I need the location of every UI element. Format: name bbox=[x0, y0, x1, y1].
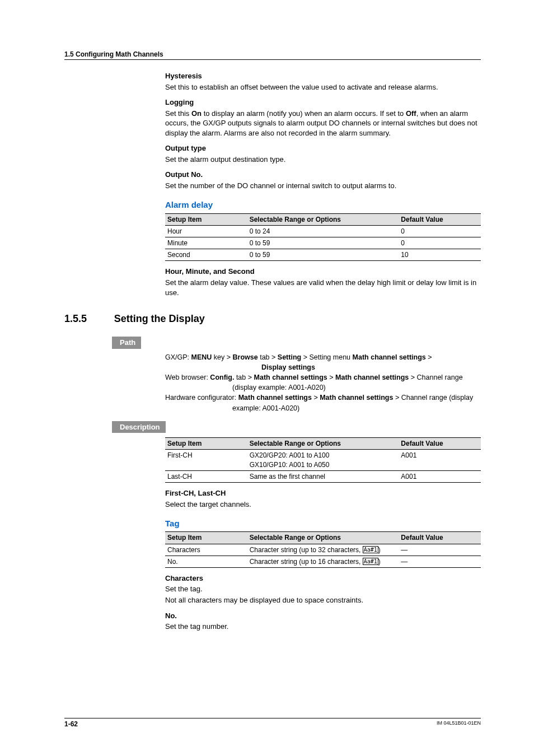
table-cell: Last-CH bbox=[165, 470, 247, 482]
description-label: Description bbox=[112, 421, 166, 433]
doc-number: IM 04L51B01-01EN bbox=[437, 720, 481, 726]
footer: 1-62 IM 04L51B01-01EN bbox=[64, 718, 481, 728]
page-number: 1-62 bbox=[64, 720, 78, 728]
path-block: GX/GP: MENU key > Browse tab > Setting >… bbox=[165, 352, 481, 413]
table-cell: No. bbox=[165, 556, 247, 567]
alarm-delay-heading: Alarm delay bbox=[165, 199, 481, 211]
table-cell: A001 bbox=[399, 470, 481, 482]
table-header: Setup Item bbox=[165, 532, 247, 544]
logging-heading: Logging bbox=[165, 97, 481, 108]
path-label: Path bbox=[112, 337, 141, 349]
table-cell: — bbox=[399, 544, 481, 556]
output-no-heading: Output No. bbox=[165, 170, 481, 180]
table-cell: 0 to 24 bbox=[247, 225, 399, 237]
logging-body: Set this On to display an alarm (notify … bbox=[165, 109, 481, 138]
table-cell: Minute bbox=[165, 237, 247, 249]
no-heading: No. bbox=[165, 611, 481, 621]
output-no-body: Set the number of the DO channel or inte… bbox=[165, 181, 481, 191]
table-cell: Same as the first channel bbox=[247, 470, 399, 482]
table-cell: 10 bbox=[399, 249, 481, 261]
hysteresis-heading: Hysteresis bbox=[165, 71, 481, 81]
output-type-heading: Output type bbox=[165, 143, 481, 153]
table-header: Selectable Range or Options bbox=[247, 532, 399, 544]
table-cell: First-CH bbox=[165, 450, 247, 470]
table-cell: 0 bbox=[399, 237, 481, 249]
table-cell: 0 to 59 bbox=[247, 249, 399, 261]
table-cell: — bbox=[399, 556, 481, 567]
characters-body2: Not all characters may be displayed due … bbox=[165, 595, 481, 605]
alarm-delay-table: Setup Item Selectable Range or Options D… bbox=[165, 213, 481, 262]
tag-table: Setup Item Selectable Range or Options D… bbox=[165, 531, 481, 568]
table-cell: Character string (up to 32 characters, A… bbox=[247, 544, 399, 556]
table-cell: Character string (up to 16 characters, A… bbox=[247, 556, 399, 567]
firstlast-body: Select the target channels. bbox=[165, 500, 481, 510]
table-cell: Second bbox=[165, 249, 247, 261]
table-header: Setup Item bbox=[165, 438, 247, 450]
channel-range-table: Setup Item Selectable Range or Options D… bbox=[165, 437, 481, 483]
table-cell: GX20/GP20: A001 to A100 GX10/GP10: A001 … bbox=[247, 450, 399, 470]
output-type-body: Set the alarm output destination type. bbox=[165, 155, 481, 165]
section-heading: 1.5.5 Setting the Display bbox=[64, 312, 481, 325]
firstlast-heading: First-CH, Last-CH bbox=[165, 488, 481, 498]
no-body: Set the tag number. bbox=[165, 622, 481, 632]
characters-body1: Set the tag. bbox=[165, 584, 481, 594]
table-cell: Hour bbox=[165, 225, 247, 237]
table-cell: Characters bbox=[165, 544, 247, 556]
tag-heading: Tag bbox=[165, 518, 481, 529]
section-number: 1.5.5 bbox=[64, 312, 112, 325]
table-header: Default Value bbox=[399, 438, 481, 450]
hysteresis-body: Set this to establish an offset between … bbox=[165, 82, 481, 92]
hms-heading: Hour, Minute, and Second bbox=[165, 267, 481, 277]
charset-key: Aa#1 bbox=[363, 558, 378, 565]
charset-key: Aa#1 bbox=[363, 546, 378, 553]
table-cell: A001 bbox=[399, 450, 481, 470]
table-header: Selectable Range or Options bbox=[247, 213, 399, 225]
table-header: Default Value bbox=[399, 213, 481, 225]
table-cell: 0 to 59 bbox=[247, 237, 399, 249]
section-title: Setting the Display bbox=[114, 312, 205, 325]
table-header: Default Value bbox=[399, 532, 481, 544]
table-cell: 0 bbox=[399, 225, 481, 237]
hms-body: Set the alarm delay value. These values … bbox=[165, 278, 481, 297]
table-header: Selectable Range or Options bbox=[247, 438, 399, 450]
running-head: 1.5 Configuring Math Channels bbox=[64, 50, 481, 60]
table-header: Setup Item bbox=[165, 213, 247, 225]
characters-heading: Characters bbox=[165, 573, 481, 584]
